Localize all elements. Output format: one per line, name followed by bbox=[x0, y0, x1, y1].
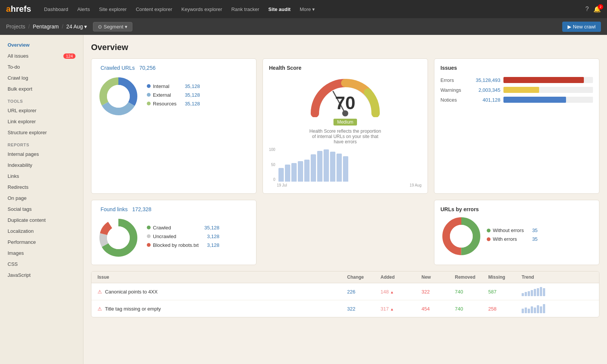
issue-row-notices: Notices 401,128 bbox=[440, 97, 593, 103]
sidebar-item-overview[interactable]: Overview bbox=[0, 39, 83, 50]
notifications-button[interactable]: 🔔2 bbox=[593, 6, 601, 13]
sidebar-item-links[interactable]: Links bbox=[0, 171, 83, 182]
legend-dot-with-errors bbox=[487, 237, 491, 241]
error-icon-2: ⚠ bbox=[97, 306, 102, 312]
logo[interactable]: ahrefs bbox=[6, 4, 31, 14]
nav-icons: ? 🔔2 bbox=[585, 6, 601, 13]
table-row[interactable]: ⚠ Canonical points to 4XX 226 148 ▲ 322 … bbox=[91, 283, 599, 300]
row2-missing: 258 bbox=[488, 306, 519, 312]
issue-row-warnings: Warnings 2,003,345 bbox=[440, 87, 593, 93]
sidebar-item-css[interactable]: CSS bbox=[0, 259, 83, 270]
crawled-urls-title: Crawled URLs 70,256 bbox=[97, 65, 250, 71]
sidebar-item-on-page[interactable]: On page bbox=[0, 193, 83, 204]
row1-new: 322 bbox=[421, 289, 452, 295]
legend-resources: Resources 35,128 bbox=[147, 101, 200, 107]
breadcrumb-bar: Projects / Pentagram / 24 Aug ▾ ⊙ Segmen… bbox=[0, 18, 607, 35]
row1-added: 148 ▲ bbox=[381, 289, 418, 295]
sidebar-item-social-tags[interactable]: Social tags bbox=[0, 204, 83, 215]
legend-dot-uncrawled bbox=[147, 234, 151, 238]
legend-dot-internal bbox=[147, 84, 151, 88]
health-score-container: 70 Medium Health Score reflects the prop… bbox=[269, 72, 421, 187]
page-title: Overview bbox=[91, 42, 599, 52]
issue-bar-errors bbox=[503, 77, 584, 83]
main-layout: Overview All issues 124 To-do Crawl log … bbox=[0, 35, 607, 364]
breadcrumb-date[interactable]: 24 Aug ▾ bbox=[66, 24, 87, 30]
error-icon: ⚠ bbox=[97, 289, 102, 295]
help-button[interactable]: ? bbox=[585, 6, 589, 13]
row2-trend bbox=[522, 304, 552, 313]
crawled-urls-chart bbox=[97, 75, 139, 117]
nav-content-explorer[interactable]: Content explorer bbox=[132, 4, 176, 14]
table-row[interactable]: ⚠ Title tag missing or empty 322 317 ▲ 4… bbox=[91, 300, 599, 317]
sidebar-item-url-explorer[interactable]: URL explorer bbox=[0, 105, 83, 116]
mini-bars-1 bbox=[522, 287, 552, 296]
crawled-urls-donut: Internal 35,128 External 35,128 Resource… bbox=[97, 75, 250, 117]
nav-dashboard[interactable]: Dashboard bbox=[40, 4, 72, 14]
sidebar-item-performance[interactable]: Performance bbox=[0, 237, 83, 248]
legend-blocked: Blocked by robots.txt 3,128 bbox=[147, 242, 219, 248]
sidebar-item-todo[interactable]: To-do bbox=[0, 61, 83, 72]
sidebar: Overview All issues 124 To-do Crawl log … bbox=[0, 35, 83, 364]
legend-dot-external bbox=[147, 93, 151, 97]
legend-external: External 35,128 bbox=[147, 92, 200, 98]
nav-alerts[interactable]: Alerts bbox=[74, 4, 94, 14]
col-removed: Removed bbox=[455, 275, 485, 280]
issue-row-errors: Errors 35,128,493 bbox=[440, 77, 593, 83]
sidebar-item-link-explorer[interactable]: Link explorer bbox=[0, 116, 83, 127]
chart-row: 100 50 0 19 Jul 19 Aug bbox=[269, 147, 421, 187]
breadcrumb-sep2: / bbox=[62, 24, 63, 30]
sidebar-item-images[interactable]: Images bbox=[0, 248, 83, 259]
nav-site-explorer[interactable]: Site explorer bbox=[95, 4, 131, 14]
sidebar-item-javascript[interactable]: JavaScript bbox=[0, 270, 83, 281]
legend-uncrawled: Uncrawled 3,128 bbox=[147, 234, 219, 239]
col-change: Change bbox=[347, 275, 377, 280]
row1-removed: 740 bbox=[455, 289, 485, 295]
urls-by-errors-title: URLs by errors bbox=[440, 206, 593, 212]
svg-point-3 bbox=[107, 85, 130, 108]
chart-y-labels: 100 50 0 bbox=[269, 147, 277, 182]
crawled-urls-legend: Internal 35,128 External 35,128 Resource… bbox=[147, 83, 200, 110]
row1-issue: ⚠ Canonical points to 4XX bbox=[97, 289, 344, 295]
breadcrumb-projects[interactable]: Projects bbox=[6, 24, 25, 30]
sidebar-item-duplicate-content[interactable]: Duplicate content bbox=[0, 215, 83, 226]
segment-button[interactable]: ⊙ Segment ▾ bbox=[93, 22, 132, 31]
gauge-label: Medium bbox=[333, 119, 357, 126]
sidebar-item-internal-pages[interactable]: Internal pages bbox=[0, 149, 83, 160]
breadcrumb-site[interactable]: Pentagram bbox=[33, 24, 58, 30]
sidebar-item-bulk-export[interactable]: Bulk export bbox=[0, 83, 83, 94]
sidebar-section-reports: REPORTS bbox=[0, 138, 83, 149]
sidebar-item-crawl-log[interactable]: Crawl log bbox=[0, 72, 83, 83]
svg-point-9 bbox=[107, 226, 130, 249]
issue-bar-wrap-errors bbox=[503, 77, 593, 83]
sidebar-item-localization[interactable]: Localization bbox=[0, 226, 83, 237]
cards-row-bottom: Found links 172,328 Crawled 35, bbox=[91, 200, 599, 265]
col-trend: Trend bbox=[522, 275, 552, 280]
nav-rank-tracker[interactable]: Rank tracker bbox=[228, 4, 263, 14]
all-issues-badge: 124 bbox=[63, 53, 75, 59]
sidebar-item-structure-explorer[interactable]: Structure explorer bbox=[0, 127, 83, 138]
nav-links: Dashboard Alerts Site explorer Content e… bbox=[40, 4, 585, 14]
crawled-urls-card: Crawled URLs 70,256 Internal 35 bbox=[91, 58, 256, 194]
issue-bar-wrap-notices bbox=[503, 97, 593, 103]
col-added: Added bbox=[381, 275, 418, 280]
chart-labels: 19 Jul 19 Aug bbox=[277, 183, 421, 187]
row2-added: 317 ▲ bbox=[381, 306, 418, 312]
sidebar-item-redirects[interactable]: Redirects bbox=[0, 182, 83, 193]
logo-white: hrefs bbox=[11, 4, 31, 14]
sidebar-item-all-issues[interactable]: All issues 124 bbox=[0, 50, 83, 61]
urls-errors-chart bbox=[440, 215, 482, 257]
nav-site-audit[interactable]: Site audit bbox=[264, 4, 294, 14]
new-crawl-button[interactable]: ▶ New crawl bbox=[562, 22, 601, 32]
found-links-title: Found links 172,328 bbox=[97, 206, 250, 212]
notification-badge: 2 bbox=[598, 4, 603, 9]
gauge-wrap: 70 bbox=[307, 72, 383, 117]
health-chart: 100 50 0 19 Jul 19 Aug bbox=[269, 147, 421, 187]
sidebar-item-indexability[interactable]: Indexability bbox=[0, 160, 83, 171]
row1-trend bbox=[522, 287, 552, 296]
urls-errors-container: Without errors 35 With errors 35 bbox=[440, 215, 593, 257]
breadcrumb: Projects / Pentagram / 24 Aug ▾ bbox=[6, 24, 87, 30]
nav-more[interactable]: More ▾ bbox=[296, 4, 319, 14]
nav-keywords-explorer[interactable]: Keywords explorer bbox=[178, 4, 226, 14]
legend-dot-without-errors bbox=[487, 229, 491, 232]
col-new: New bbox=[421, 275, 452, 280]
